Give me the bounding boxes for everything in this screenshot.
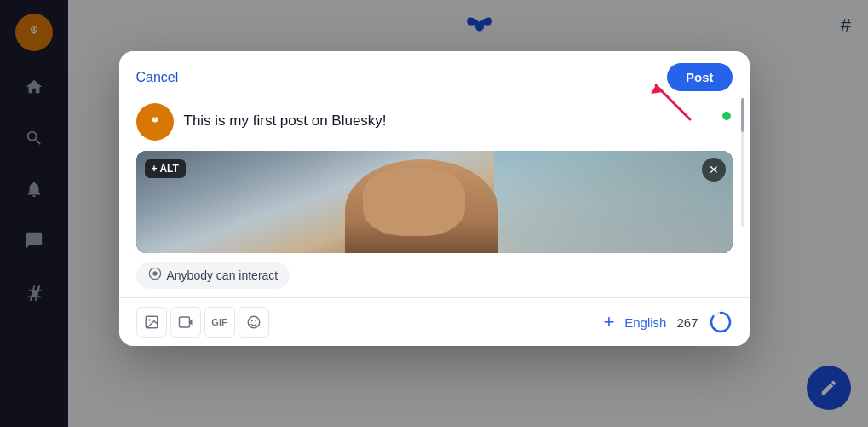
image-inner xyxy=(136,151,733,253)
modal-header: Cancel Post xyxy=(119,51,750,103)
scrollbar-thumb xyxy=(741,98,744,132)
modal-overlay: Cancel Post This is my first post xyxy=(0,0,868,427)
interaction-pill[interactable]: Anybody can interact xyxy=(136,262,290,289)
svg-rect-10 xyxy=(179,317,189,327)
svg-point-12 xyxy=(248,316,260,328)
compose-avatar xyxy=(136,103,174,141)
cancel-button[interactable]: Cancel xyxy=(136,70,179,85)
compose-text[interactable]: This is my first post on Bluesky! xyxy=(184,103,733,132)
svg-point-9 xyxy=(148,319,150,320)
svg-point-13 xyxy=(250,320,252,322)
gif-label: GIF xyxy=(211,317,227,327)
alt-badge[interactable]: + ALT xyxy=(145,159,186,178)
image-preview: + ALT ✕ xyxy=(136,151,733,253)
scrollbar-track[interactable] xyxy=(741,98,744,227)
emoji-toolbar-button[interactable] xyxy=(239,307,269,338)
char-count: 267 xyxy=(676,315,698,330)
close-image-button[interactable]: ✕ xyxy=(702,158,726,182)
compose-modal: Cancel Post This is my first post xyxy=(119,51,750,346)
compose-area: This is my first post on Bluesky! xyxy=(119,103,750,151)
interaction-row: Anybody can interact xyxy=(119,253,750,297)
svg-point-7 xyxy=(152,271,157,275)
plus-button[interactable]: + xyxy=(603,311,614,333)
interact-label: Anybody can interact xyxy=(167,268,279,282)
post-button[interactable]: Post xyxy=(667,63,733,91)
language-button[interactable]: English xyxy=(624,315,666,330)
svg-point-14 xyxy=(255,320,256,322)
interact-icon xyxy=(148,267,162,284)
toolbar: GIF + English 267 xyxy=(119,297,750,346)
progress-circle xyxy=(709,310,733,334)
video-toolbar-button[interactable] xyxy=(170,307,201,338)
image-toolbar-button[interactable] xyxy=(136,307,167,338)
online-status-dot xyxy=(722,112,731,120)
gif-toolbar-button[interactable]: GIF xyxy=(204,307,235,338)
